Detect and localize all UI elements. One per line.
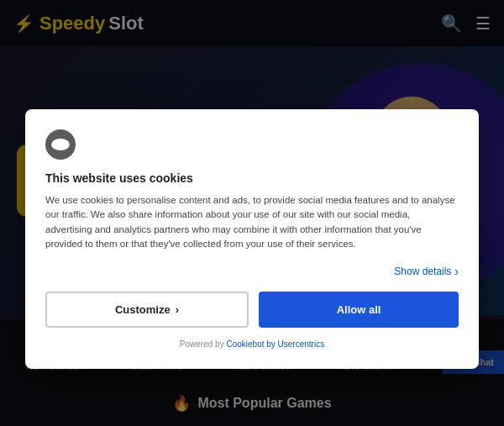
customize-chevron-icon: › <box>176 303 179 316</box>
cookiebot-logo-inner <box>51 139 70 150</box>
cookie-show-details[interactable]: Show details › <box>45 265 459 278</box>
allow-all-button[interactable]: Allow all <box>259 292 459 328</box>
cookiebot-logo <box>45 129 76 160</box>
cookie-buttons: Customize › Allow all <box>45 292 459 328</box>
customize-button[interactable]: Customize › <box>45 292 249 328</box>
chevron-right-icon: › <box>454 265 459 278</box>
cookie-powered-by: Powered by Cookiebot by Usercentrics <box>45 339 459 349</box>
powered-by-text: Powered by <box>180 339 224 349</box>
cookie-title: This website uses cookies <box>45 171 459 185</box>
show-details-label[interactable]: Show details <box>394 266 451 277</box>
cookie-body-text: We use cookies to personalise content an… <box>45 193 459 251</box>
cookie-modal: This website uses cookies We use cookies… <box>25 109 479 369</box>
cookiebot-link[interactable]: Cookiebot by Usercentrics <box>226 339 324 349</box>
